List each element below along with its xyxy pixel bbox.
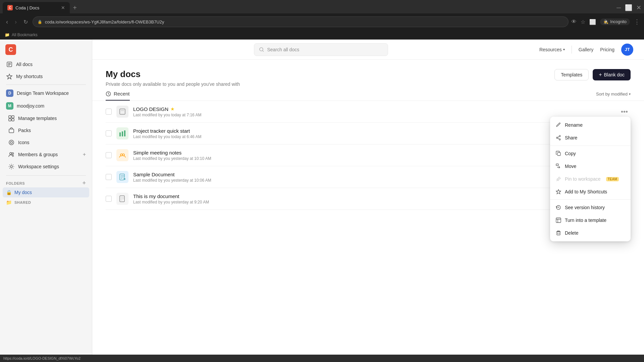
split-view-icon[interactable]: ⬜ xyxy=(589,19,596,25)
maximize-button[interactable]: ⬜ xyxy=(625,4,632,11)
menu-item-move[interactable]: Move xyxy=(550,160,631,173)
add-folder-button[interactable]: + xyxy=(82,180,86,187)
lock-icon: 🔒 xyxy=(38,20,42,24)
menu-item-rename[interactable]: Rename xyxy=(550,119,631,131)
browser-tab-active[interactable]: C Coda | Docs ✕ xyxy=(3,2,70,13)
manage-templates-label: Manage templates xyxy=(18,116,57,121)
back-button[interactable]: ‹ xyxy=(4,17,10,27)
svg-rect-49 xyxy=(557,232,560,235)
svg-marker-4 xyxy=(7,74,12,79)
reload-button[interactable]: ↻ xyxy=(21,17,30,26)
doc-checkbox-4[interactable] xyxy=(106,196,112,202)
menu-item-copy[interactable]: Copy xyxy=(550,147,631,160)
svg-rect-21 xyxy=(122,131,123,136)
shortcuts-icon xyxy=(6,73,12,79)
bookmarks-icon: 📁 xyxy=(5,33,10,37)
status-bar: https://coda.io/d/LOGO-DESIGN_dfXi07WcYo… xyxy=(0,355,644,362)
menu-item-turn-into-template[interactable]: Turn into a template xyxy=(550,214,631,227)
doc-meta-2: Last modified by you yesterday at 10:10 … xyxy=(133,156,613,161)
menu-item-version-history[interactable]: See version history xyxy=(550,201,631,214)
close-button[interactable]: ✕ xyxy=(636,4,641,11)
menu-item-pin[interactable]: Pin to workspace TEAM xyxy=(550,173,631,185)
new-doc-label: Blank doc xyxy=(604,72,625,77)
menu-item-share[interactable]: Share xyxy=(550,131,631,144)
divider-v xyxy=(572,46,572,54)
resources-menu[interactable]: Resources ▾ xyxy=(539,47,565,52)
sidebar-item-icons[interactable]: Icons xyxy=(3,136,89,148)
doc-meta-4: Last modified by you yesterday at 9:20 A… xyxy=(133,200,613,204)
menu-item-delete[interactable]: Delete xyxy=(550,227,631,239)
doc-star-0[interactable]: ★ xyxy=(170,106,175,112)
sidebar-item-moodjoy[interactable]: M moodjoy.com xyxy=(3,100,89,112)
menu-item-shortcuts[interactable]: Add to My Shortcuts xyxy=(550,185,631,198)
user-avatar[interactable]: JT xyxy=(621,44,633,56)
sort-button[interactable]: Sort by modified ▾ xyxy=(596,92,631,100)
doc-title-1: Project tracker quick start xyxy=(133,128,190,134)
svg-line-39 xyxy=(558,138,559,139)
gallery-link[interactable]: Gallery xyxy=(579,47,593,52)
copy-label: Copy xyxy=(565,151,576,156)
sidebar-item-workspace-settings[interactable]: Workspace settings xyxy=(3,161,89,173)
doc-title-0: LOGO DESIGN xyxy=(133,106,168,112)
sidebar-item-workspace[interactable]: D Design Team Workspace xyxy=(3,87,89,100)
sidebar-item-my-shortcuts[interactable]: My shortcuts xyxy=(3,70,89,82)
doc-meta-3: Last modified by you yesterday at 10:06 … xyxy=(133,178,613,183)
new-doc-button[interactable]: + Blank doc xyxy=(593,69,631,80)
doc-icon-4 xyxy=(116,193,128,205)
pricing-link[interactable]: Pricing xyxy=(600,47,614,52)
workspace-badge-letter: D xyxy=(8,91,11,96)
svg-rect-18 xyxy=(120,109,125,114)
doc-icon-2 xyxy=(116,149,128,161)
search-bar[interactable]: Search all docs xyxy=(254,43,388,56)
svg-point-37 xyxy=(559,139,560,140)
all-docs-icon xyxy=(6,61,12,67)
add-members-button[interactable]: + xyxy=(83,152,86,158)
svg-point-10 xyxy=(9,140,14,145)
forward-button[interactable]: › xyxy=(13,17,19,27)
sidebar-item-all-docs[interactable]: All docs xyxy=(3,58,89,70)
settings-icon xyxy=(8,164,14,170)
url-text: coda.io/workspaces/ws-YgKJ8fam2a/folders… xyxy=(45,19,164,24)
my-docs-folder-label: My docs xyxy=(14,190,32,195)
svg-line-16 xyxy=(263,51,264,52)
doc-checkbox-3[interactable] xyxy=(106,174,112,180)
svg-point-35 xyxy=(559,135,560,137)
sidebar-item-members[interactable]: Members & groups + xyxy=(3,148,89,161)
delete-icon xyxy=(556,230,561,236)
all-docs-label: All docs xyxy=(16,62,33,67)
new-tab-button[interactable]: + xyxy=(70,3,80,13)
menu-icon[interactable]: ⋮ xyxy=(634,18,640,25)
template-label: Turn into a template xyxy=(565,218,606,223)
svg-point-14 xyxy=(10,166,12,168)
folder-item-shared[interactable]: 📁 SHARED xyxy=(3,197,89,207)
sort-chevron-icon: ▾ xyxy=(629,92,631,96)
doc-more-0[interactable]: ••• xyxy=(618,107,631,117)
icons-label: Icons xyxy=(18,140,29,145)
star-icon[interactable]: ☆ xyxy=(581,19,585,25)
doc-checkbox-2[interactable] xyxy=(106,152,112,158)
minimize-button[interactable]: ─ xyxy=(616,4,621,11)
svg-rect-20 xyxy=(119,132,121,136)
templates-button[interactable]: Templates xyxy=(554,69,589,80)
add-shortcuts-icon xyxy=(556,189,561,194)
doc-title-4: This is my document xyxy=(133,193,179,199)
shortcuts-menu-label: Add to My Shortcuts xyxy=(565,189,607,194)
moodjoy-label: moodjoy.com xyxy=(17,103,44,109)
doc-checkbox-0[interactable] xyxy=(106,109,112,115)
status-url: https://coda.io/d/LOGO-DESIGN_dfXi07WcYo… xyxy=(3,356,80,360)
team-badge: TEAM xyxy=(606,177,619,181)
recent-tab[interactable]: Recent xyxy=(106,91,130,101)
packs-icon xyxy=(8,127,14,133)
bookmarks-label: All Bookmarks xyxy=(12,33,38,37)
folder-item-my-docs[interactable]: 🔒 My docs xyxy=(3,187,89,197)
sidebar-item-packs[interactable]: Packs xyxy=(3,124,89,136)
move-label: Move xyxy=(565,164,576,169)
doc-title-3: Sample Document xyxy=(133,172,174,177)
sidebar-item-manage-templates[interactable]: Manage templates xyxy=(3,112,89,124)
svg-line-38 xyxy=(558,136,559,137)
lock-folder-icon: 🔒 xyxy=(6,190,12,195)
address-bar[interactable]: 🔒 coda.io/workspaces/ws-YgKJ8fam2a/folde… xyxy=(33,16,569,27)
tab-close-icon[interactable]: ✕ xyxy=(61,5,65,10)
doc-checkbox-1[interactable] xyxy=(106,130,112,136)
svg-point-11 xyxy=(10,141,12,143)
